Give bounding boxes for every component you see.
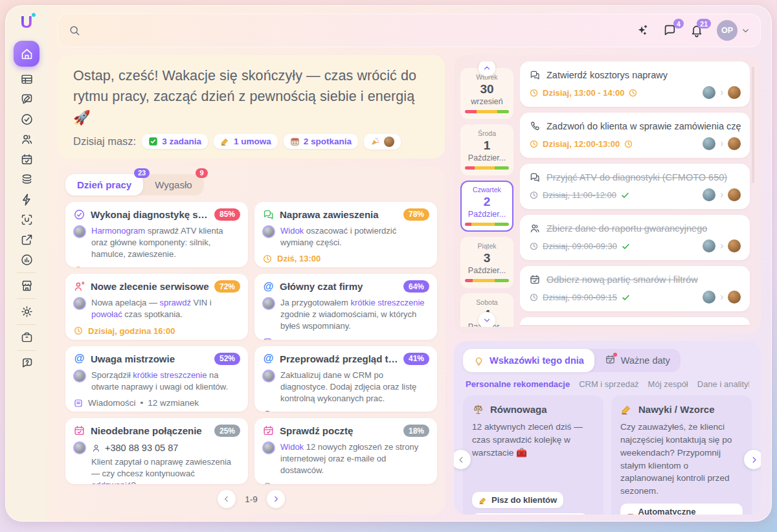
tip-body: 12 aktywnych zleceń dziś — czas sprawdzi… [472,421,594,460]
write-to-clients-button[interactable]: Pisz do klientów [472,492,563,508]
event-card-done[interactable]: Przyjąć ATV do diagnostyki (CFMOTO 650) … [520,164,750,209]
app-logo[interactable]: U [21,14,33,30]
badge-meetings[interactable]: 2 spotkania [284,134,358,149]
day-card[interactable]: Środa1Paździer... [460,124,513,175]
ai-assistant-button[interactable] [635,23,649,38]
chat-button[interactable]: 4 [662,23,677,38]
notifications-button[interactable]: 21 [690,23,704,38]
task-description: Klient zapytał o naprawę zawieszenia — c… [91,456,240,484]
sidebar-item-automation[interactable] [14,190,39,210]
progress-badge: 64% [403,280,429,293]
badge-tasks[interactable]: 3 zadania [142,134,208,149]
event-card-done[interactable]: Zbierz dane do raportu gwarancyjnego Dzi… [520,215,750,260]
table-icon [20,72,34,86]
sidebar-item-contacts[interactable] [14,129,39,150]
event-card[interactable]: Zadzwoń do klienta w sprawie zamówienia … [520,113,750,158]
tab-expired[interactable]: Wygasło9 [143,174,203,195]
calendar-icon [290,137,300,146]
task-card[interactable]: Wykonaj diagnostykę serwis... 85% Harmon… [65,202,248,268]
task-description: Sporządził krótkie streszczenie na otwar… [91,370,240,393]
avatar [703,239,715,252]
chevron-right-icon [271,494,280,504]
users-icon [529,223,541,234]
phone-icon [529,120,541,132]
task-card[interactable]: Nieodebrane połączenie 25% +380 88 93 05… [65,418,248,484]
create-reminder-button[interactable]: Utwórz przypomnienie [472,513,588,515]
badge-celebration[interactable] [364,134,401,150]
tab-important-dates[interactable]: Ważne daty [594,349,681,372]
sidebar-item-tasks[interactable] [14,109,39,129]
day-card[interactable]: Piątek3Paździer... [460,237,513,288]
workload-bar [465,279,509,282]
task-card[interactable]: @ Główny czat firmy 64% Ja przygotowałem… [254,274,437,340]
sidebar-item-share[interactable] [14,230,39,250]
sidebar-item-messages[interactable] [14,89,39,109]
event-card-done[interactable]: Odbierz nową partię smarów i filtrów Dzi… [520,266,750,311]
scan-icon [20,213,34,227]
sidebar-item-wallet[interactable] [14,327,39,348]
auto-reminder-button[interactable]: Automatyczne przypomnienie [620,504,743,515]
sidebar-item-store[interactable] [14,276,39,296]
sidebar-item-calendar[interactable] [14,150,39,170]
scrollbar[interactable] [752,67,754,183]
subtab-team[interactable]: Mój zespół [648,379,688,389]
chevron-right-icon [718,294,725,301]
subtab-crm[interactable]: CRM i sprzedaż [579,379,638,389]
sidebar-item-table[interactable] [14,69,39,89]
sidebar-item-analytics[interactable] [14,250,39,270]
chat-icon [529,172,541,183]
search-input[interactable] [87,25,635,36]
tasks-panel: Dzień pracy23 Wygasło9 Wykonaj diagnosty… [58,166,445,515]
clock-reschedule-icon[interactable] [624,139,633,149]
clock-reschedule-icon[interactable] [628,88,638,98]
progress-badge: 18% [403,425,429,437]
task-card[interactable]: Nowe zlecenie serwisowe 72% Nowa apelacj… [65,274,248,340]
sidebar-divider [17,350,36,351]
done-check-icon [620,190,630,200]
sidebar-item-settings[interactable] [14,302,39,322]
top-bar: 4 21 OP [58,14,761,47]
avatar [73,297,86,310]
tab-workday[interactable]: Dzień pracy23 [65,174,143,195]
event-card[interactable]: Zatwierdź kosztorys naprawy Dzisiaj, 13:… [520,61,750,107]
bulb-icon [473,355,484,366]
task-card[interactable]: @ Uwaga mistrzowie 52% Sporządził krótki… [65,346,248,412]
check-circle-icon [20,113,34,126]
event-time: Dzisiaj, 09:00-09:15 [543,293,617,302]
avatar [73,441,86,454]
subtab-personal[interactable]: Personalne rekomendacje [466,379,570,389]
calendar-check-icon [20,153,34,166]
tips-subtabs: Personalne rekomendacje CRM i sprzedaż M… [466,379,749,389]
chart-icon [20,253,34,267]
profile-menu[interactable]: OP [717,20,750,41]
tips-next-button[interactable] [744,450,761,469]
badge-contract[interactable]: 1 umowa [214,134,278,149]
subtab-data[interactable]: Dane i analityka [697,379,749,389]
phone-number[interactable]: +380 88 93 05 87 [91,441,240,454]
tip-card[interactable]: Równowaga 12 aktywnych zleceń dziś — cza… [463,395,603,515]
tip-card[interactable]: Nawyki / Wzorce Czy zauważyłeś, że klien… [611,395,752,515]
sidebar-item-help[interactable] [14,353,39,373]
clock-icon [529,293,539,302]
chat-count-badge: 4 [673,19,684,28]
clock-icon [73,265,84,268]
today-label: Dzisiaj masz: [73,135,136,148]
days-scroll-down-button[interactable] [479,312,495,327]
task-card[interactable]: Naprawa zawieszenia 78% Widok oszacować … [254,202,437,268]
day-card-selected[interactable]: Czwartek2Paździer... [460,181,513,232]
chevron-right-icon [749,455,759,465]
sidebar-item-scan[interactable] [14,210,39,230]
task-card[interactable]: Sprawdź pocztę 18% Widok 12 nowych zgłos… [254,418,437,484]
sidebar-item-home[interactable] [14,41,39,67]
task-meta: Czat wewnętrzny•145 wzmianki [262,337,429,340]
next-page-button[interactable] [267,490,285,508]
task-card[interactable]: @ Przeprowadź przegląd techn... 41% Zakt… [254,346,437,412]
sidebar-item-stack[interactable] [14,170,39,190]
task-title: Sprawdź pocztę [280,425,398,436]
tab-daily-tips[interactable]: Wskazówki tego dnia [463,349,594,372]
chevron-left-icon [456,455,466,465]
clock-icon [529,241,539,251]
clock-icon [529,88,539,98]
doc-icon [73,398,84,408]
prev-page-button[interactable] [218,490,236,508]
